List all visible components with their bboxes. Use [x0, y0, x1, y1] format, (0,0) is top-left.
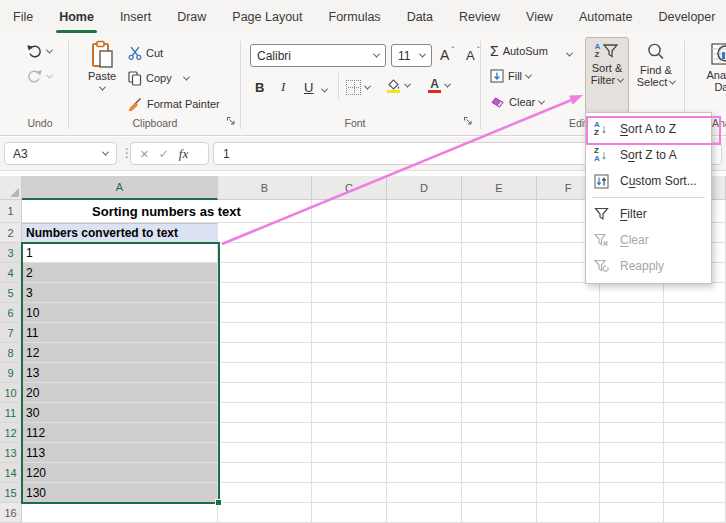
cell-E8[interactable]	[462, 343, 537, 363]
cell-E6[interactable]	[462, 303, 537, 323]
cell-E5[interactable]	[462, 283, 537, 303]
tab-insert[interactable]: Insert	[107, 0, 164, 33]
cell-F6[interactable]	[537, 303, 600, 323]
row-header-9[interactable]: 9	[0, 363, 22, 383]
cell-C14[interactable]	[312, 463, 387, 483]
cell-C3[interactable]	[312, 243, 387, 263]
cell-G13[interactable]	[600, 443, 664, 463]
row-header-14[interactable]: 14	[0, 463, 22, 483]
grow-font-button[interactable]: Aˆ	[440, 45, 454, 65]
cell-D8[interactable]	[387, 343, 462, 363]
cell-H10[interactable]	[664, 383, 726, 403]
cell-B3[interactable]	[218, 243, 312, 263]
cell-C6[interactable]	[312, 303, 387, 323]
sort-filter-button[interactable]: AZ Sort & Filter	[585, 37, 629, 113]
cell-D5[interactable]	[387, 283, 462, 303]
cell-B8[interactable]	[218, 343, 312, 363]
cell-A6[interactable]: 10	[22, 303, 218, 323]
cell-D2[interactable]	[387, 223, 462, 243]
cell-A14[interactable]: 120	[22, 463, 218, 483]
underline-button[interactable]: U	[304, 77, 313, 97]
cell-A11[interactable]: 30	[22, 403, 218, 423]
font-size-combo[interactable]: 11	[391, 44, 432, 67]
italic-button[interactable]: I	[281, 77, 285, 97]
cell-F5[interactable]	[537, 283, 600, 303]
cell-C13[interactable]	[312, 443, 387, 463]
cell-E7[interactable]	[462, 323, 537, 343]
cell-C15[interactable]	[312, 483, 387, 503]
cell-A4[interactable]: 2	[22, 263, 218, 283]
row-header-10[interactable]: 10	[0, 383, 22, 403]
row-header-13[interactable]: 13	[0, 443, 22, 463]
tab-automate[interactable]: Automate	[566, 0, 646, 33]
cell-E1[interactable]	[462, 200, 537, 223]
row-header-6[interactable]: 6	[0, 303, 22, 323]
cell-H15[interactable]	[664, 483, 726, 503]
cell-B16[interactable]	[218, 503, 312, 523]
cell-C16[interactable]	[312, 503, 387, 523]
clear-button[interactable]: Clear	[490, 92, 544, 112]
cell-G10[interactable]	[600, 383, 664, 403]
cell-A9[interactable]: 13	[22, 363, 218, 383]
cell-B12[interactable]	[218, 423, 312, 443]
cell-D10[interactable]	[387, 383, 462, 403]
cell-E11[interactable]	[462, 403, 537, 423]
tab-page-layout[interactable]: Page Layout	[219, 0, 315, 33]
cell-G7[interactable]	[600, 323, 664, 343]
cell-C12[interactable]	[312, 423, 387, 443]
cell-H13[interactable]	[664, 443, 726, 463]
cell-D9[interactable]	[387, 363, 462, 383]
autosum-button[interactable]: Σ AutoSum	[490, 41, 548, 61]
cell-H6[interactable]	[664, 303, 726, 323]
cell-E3[interactable]	[462, 243, 537, 263]
copy-button[interactable]: Copy	[128, 68, 189, 88]
select-all-corner[interactable]	[0, 176, 22, 200]
cell-G12[interactable]	[600, 423, 664, 443]
cell-B5[interactable]	[218, 283, 312, 303]
column-header-B[interactable]: B	[218, 176, 312, 200]
cell-A3[interactable]: 1	[22, 243, 218, 263]
cell-A8[interactable]: 12	[22, 343, 218, 363]
font-dialog-launcher-icon[interactable]	[463, 116, 473, 126]
row-header-11[interactable]: 11	[0, 403, 22, 423]
cell-D3[interactable]	[387, 243, 462, 263]
row-header-4[interactable]: 4	[0, 263, 22, 283]
cell-H8[interactable]	[664, 343, 726, 363]
tab-file[interactable]: File	[0, 0, 46, 33]
bold-button[interactable]: B	[255, 77, 264, 97]
cell-F7[interactable]	[537, 323, 600, 343]
cell-E15[interactable]	[462, 483, 537, 503]
cell-F16[interactable]	[537, 503, 600, 523]
cell-E2[interactable]	[462, 223, 537, 243]
cell-H5[interactable]	[664, 283, 726, 303]
cell-D7[interactable]	[387, 323, 462, 343]
row-header-8[interactable]: 8	[0, 343, 22, 363]
cell-H16[interactable]	[664, 503, 726, 523]
cell-A1-title[interactable]: Sorting numbers as text	[22, 200, 312, 223]
underline-dropdown[interactable]	[322, 80, 327, 100]
cell-G5[interactable]	[600, 283, 664, 303]
cell-A2[interactable]: Numbers converted to text	[22, 223, 218, 243]
tab-formulas[interactable]: Formulas	[316, 0, 394, 33]
format-painter-button[interactable]: Format Painter	[128, 94, 220, 114]
cell-A12[interactable]: 112	[22, 423, 218, 443]
name-box[interactable]: A3	[4, 142, 117, 165]
cell-C5[interactable]	[312, 283, 387, 303]
cell-E10[interactable]	[462, 383, 537, 403]
cell-C8[interactable]	[312, 343, 387, 363]
paste-button[interactable]: Paste	[80, 40, 124, 91]
cell-A7[interactable]: 11	[22, 323, 218, 343]
font-color-button[interactable]: A	[428, 75, 450, 95]
cell-B4[interactable]	[218, 263, 312, 283]
cell-D6[interactable]	[387, 303, 462, 323]
cell-B15[interactable]	[218, 483, 312, 503]
cell-B9[interactable]	[218, 363, 312, 383]
cell-D14[interactable]	[387, 463, 462, 483]
tab-view[interactable]: View	[513, 0, 566, 33]
column-header-E[interactable]: E	[462, 176, 537, 200]
tab-home[interactable]: Home	[46, 0, 107, 33]
borders-button[interactable]	[346, 77, 370, 97]
cell-A15[interactable]: 130	[22, 483, 218, 503]
find-select-button[interactable]: Find & Select	[631, 37, 681, 113]
cell-B2[interactable]	[218, 223, 312, 243]
